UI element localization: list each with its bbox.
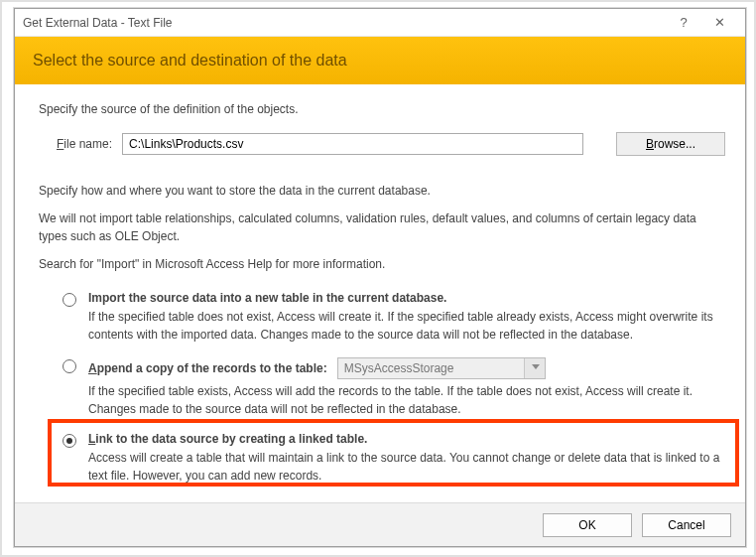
- banner: Select the source and destination of the…: [15, 37, 745, 84]
- chevron-down-icon: [532, 364, 540, 369]
- append-table-value: MSysAccessStorage: [344, 361, 454, 375]
- dialog: Get External Data - Text File ? ✕ Select…: [14, 8, 746, 547]
- footer: OK Cancel: [15, 502, 745, 546]
- banner-heading: Select the source and destination of the…: [33, 52, 347, 70]
- option-link-desc: Access will create a table that will mai…: [88, 449, 725, 485]
- store-line1: Specify how and where you want to store …: [39, 182, 725, 200]
- option-link-body: Link to the data source by creating a li…: [88, 432, 725, 485]
- append-table-select[interactable]: MSysAccessStorage: [337, 357, 546, 379]
- content-area: Specify the source of the definition of …: [15, 84, 745, 494]
- option-link[interactable]: Link to the data source by creating a li…: [39, 428, 725, 494]
- radio-import[interactable]: [63, 293, 76, 307]
- option-import-body: Import the source data into a new table …: [88, 291, 725, 344]
- option-append-body: Append a copy of the records to the tabl…: [88, 357, 725, 418]
- radio-link[interactable]: [63, 434, 76, 448]
- titlebar: Get External Data - Text File ? ✕: [15, 9, 745, 37]
- option-link-title: Link to the data source by creating a li…: [88, 432, 725, 446]
- file-row: File name: Browse...: [39, 132, 725, 156]
- option-append[interactable]: Append a copy of the records to the tabl…: [39, 353, 725, 428]
- option-import[interactable]: Import the source data into a new table …: [39, 287, 725, 353]
- option-append-title: Append a copy of the records to the tabl…: [88, 361, 327, 375]
- store-line3: Search for "Import" in Microsoft Access …: [39, 255, 725, 273]
- store-line2: We will not import table relationships, …: [39, 209, 725, 245]
- dialog-title: Get External Data - Text File: [23, 16, 666, 30]
- option-import-title: Import the source data into a new table …: [88, 291, 725, 305]
- close-button[interactable]: ✕: [701, 11, 737, 35]
- file-name-label: File name:: [57, 137, 112, 151]
- browse-button[interactable]: Browse...: [616, 132, 725, 156]
- option-import-desc: If the specified table does not exist, A…: [88, 308, 725, 344]
- help-button[interactable]: ?: [666, 11, 701, 35]
- cancel-button[interactable]: Cancel: [642, 513, 731, 537]
- outer-frame: Get External Data - Text File ? ✕ Select…: [0, 0, 756, 557]
- source-instruction: Specify the source of the definition of …: [39, 102, 725, 116]
- radio-append[interactable]: [63, 359, 76, 373]
- option-append-desc: If the specified table exists, Access wi…: [88, 382, 725, 418]
- ok-button[interactable]: OK: [543, 513, 632, 537]
- file-name-input[interactable]: [122, 133, 583, 155]
